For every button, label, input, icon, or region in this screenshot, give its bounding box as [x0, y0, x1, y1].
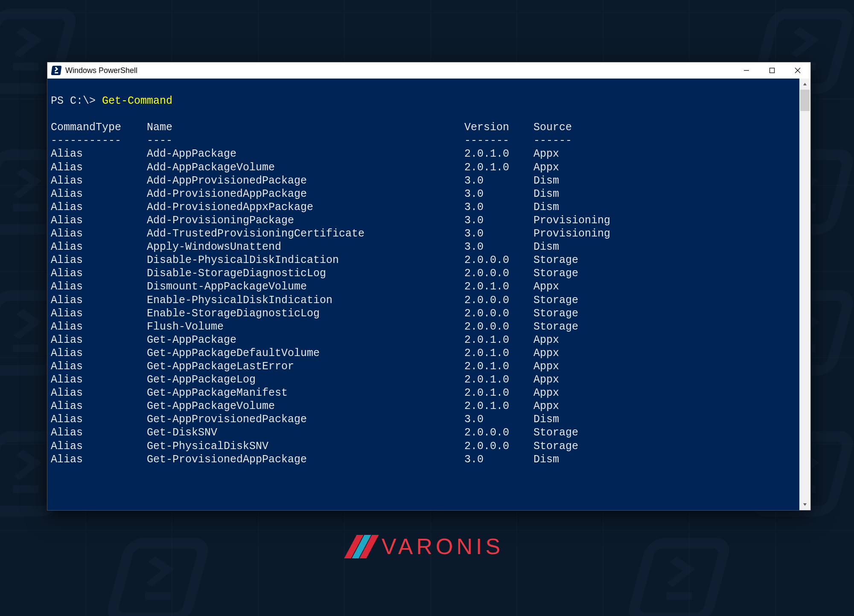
cell-source: Appx	[533, 347, 810, 360]
cell-commandtype: Alias	[51, 347, 147, 360]
cell-commandtype: Alias	[51, 187, 147, 201]
close-button[interactable]	[785, 62, 810, 79]
cell-source: Dism	[533, 174, 810, 187]
cell-commandtype: Alias	[51, 400, 147, 413]
minimize-button[interactable]	[734, 62, 759, 79]
cell-name: Get-AppPackageManifest	[147, 386, 464, 400]
header-version: Version	[464, 121, 533, 134]
cell-name: Flush-Volume	[147, 320, 464, 333]
cell-commandtype: Alias	[51, 440, 147, 453]
cell-commandtype: Alias	[51, 254, 147, 267]
cell-name: Get-AppPackageLog	[147, 373, 464, 386]
cell-name: Apply-WindowsUnattend	[147, 240, 464, 254]
titlebar[interactable]: Windows PowerShell	[47, 62, 810, 79]
header-name: Name	[147, 121, 464, 134]
cell-version: 2.0.1.0	[464, 347, 533, 360]
powershell-app-icon	[51, 66, 61, 75]
cell-name: Get-ProvisionedAppPackage	[147, 453, 464, 466]
table-row: AliasGet-AppPackageVolume2.0.1.0Appx	[51, 400, 810, 413]
cell-name: Enable-PhysicalDiskIndication	[147, 294, 464, 307]
cell-source: Dism	[533, 201, 810, 214]
maximize-button[interactable]	[759, 62, 785, 79]
varonis-logo-text: VARONIS	[382, 534, 504, 559]
cell-version: 2.0.1.0	[464, 400, 533, 413]
cell-commandtype: Alias	[51, 147, 147, 161]
cell-name: Get-AppPackageLastError	[147, 360, 464, 373]
table-row: AliasAdd-ProvisioningPackage3.0Provision…	[51, 214, 810, 227]
prompt: PS C:\>	[51, 95, 102, 107]
cell-commandtype: Alias	[51, 214, 147, 227]
cell-commandtype: Alias	[51, 227, 147, 240]
cell-version: 2.0.1.0	[464, 360, 533, 373]
cell-version: 2.0.0.0	[464, 440, 533, 453]
table-row: AliasGet-AppPackageManifest2.0.1.0Appx	[51, 386, 810, 400]
varonis-logo: VARONIS	[0, 534, 854, 559]
cell-source: Dism	[533, 413, 810, 426]
cell-source: Appx	[533, 280, 810, 293]
cell-source: Appx	[533, 333, 810, 347]
cell-commandtype: Alias	[51, 174, 147, 187]
table-row: AliasGet-AppProvisionedPackage3.0Dism	[51, 413, 810, 426]
cell-commandtype: Alias	[51, 267, 147, 280]
cell-commandtype: Alias	[51, 333, 147, 347]
console-output[interactable]: PS C:\> Get-Command CommandTypeNameVersi…	[47, 79, 810, 510]
table-row: AliasAdd-ProvisionedAppPackage3.0Dism	[51, 187, 810, 201]
cell-version: 2.0.0.0	[464, 267, 533, 280]
cell-source: Provisioning	[533, 227, 810, 240]
cell-version: 3.0	[464, 174, 533, 187]
cell-source: Appx	[533, 386, 810, 400]
cell-commandtype: Alias	[51, 201, 147, 214]
cell-name: Add-AppPackageVolume	[147, 161, 464, 174]
cell-source: Provisioning	[533, 214, 810, 227]
svg-rect-1	[770, 68, 775, 73]
scroll-up-button[interactable]	[799, 79, 810, 90]
cell-version: 2.0.0.0	[464, 254, 533, 267]
cell-commandtype: Alias	[51, 280, 147, 293]
cell-name: Get-AppPackageVolume	[147, 400, 464, 413]
cell-source: Storage	[533, 440, 810, 453]
header-row: CommandTypeNameVersionSource	[51, 121, 810, 134]
cell-version: 2.0.0.0	[464, 294, 533, 307]
cell-source: Appx	[533, 360, 810, 373]
cell-name: Add-ProvisionedAppPackage	[147, 187, 464, 201]
cell-source: Appx	[533, 373, 810, 386]
scrollbar[interactable]	[799, 79, 810, 510]
cell-source: Appx	[533, 147, 810, 161]
cell-name: Get-AppProvisionedPackage	[147, 413, 464, 426]
table-row: AliasGet-AppPackageLastError2.0.1.0Appx	[51, 360, 810, 373]
cell-source: Appx	[533, 400, 810, 413]
svg-marker-5	[803, 503, 807, 506]
cell-source: Storage	[533, 426, 810, 439]
cell-version: 3.0	[464, 214, 533, 227]
cell-commandtype: Alias	[51, 320, 147, 333]
table-row: AliasEnable-StorageDiagnosticLog2.0.0.0S…	[51, 307, 810, 320]
cell-commandtype: Alias	[51, 453, 147, 466]
cell-source: Dism	[533, 187, 810, 201]
cell-version: 3.0	[464, 187, 533, 201]
cell-commandtype: Alias	[51, 161, 147, 174]
table-row: AliasAdd-AppPackageVolume2.0.1.0Appx	[51, 161, 810, 174]
command-input: Get-Command	[102, 95, 172, 107]
header-commandtype: CommandType	[51, 121, 147, 134]
table-row: AliasDisable-PhysicalDiskIndication2.0.0…	[51, 254, 810, 267]
svg-marker-4	[803, 83, 807, 85]
scroll-thumb[interactable]	[800, 90, 810, 111]
cell-commandtype: Alias	[51, 360, 147, 373]
table-row: AliasAdd-ProvisionedAppxPackage3.0Dism	[51, 201, 810, 214]
cell-version: 2.0.0.0	[464, 320, 533, 333]
cell-version: 2.0.1.0	[464, 333, 533, 347]
varonis-logo-mark	[350, 535, 374, 558]
cell-version: 2.0.0.0	[464, 426, 533, 439]
powershell-window: Windows PowerShell PS C:\> Get-Command C…	[47, 62, 811, 511]
cell-version: 3.0	[464, 453, 533, 466]
cell-commandtype: Alias	[51, 373, 147, 386]
cell-name: Add-TrustedProvisioningCertificate	[147, 227, 464, 240]
cell-name: Get-AppPackage	[147, 333, 464, 347]
cell-name: Dismount-AppPackageVolume	[147, 280, 464, 293]
table-row: AliasAdd-AppPackage2.0.1.0Appx	[51, 147, 810, 161]
cell-name: Get-AppPackageDefaultVolume	[147, 347, 464, 360]
scroll-down-button[interactable]	[799, 499, 810, 510]
cell-name: Add-AppPackage	[147, 147, 464, 161]
cell-commandtype: Alias	[51, 240, 147, 254]
cell-version: 3.0	[464, 413, 533, 426]
